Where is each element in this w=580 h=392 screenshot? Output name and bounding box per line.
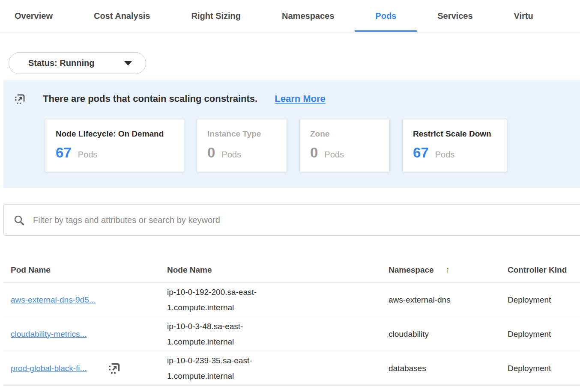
node-name-text: ip-10-0-239-35.sa-east-1.compute.interna… [167,353,283,384]
namespace-text: databases [389,361,426,376]
pod-name-cell: cloudability-metrics... [3,327,160,342]
tab-services[interactable]: Services [417,0,493,32]
column-header-node-name[interactable]: Node Name [160,265,381,275]
learn-more-link[interactable]: Learn More [275,93,326,104]
scale-out-icon [14,93,26,105]
pod-name-cell: prod-global-black-fi... [3,361,160,376]
card-zone[interactable]: Zone 0 Pods [299,119,390,172]
controller-kind-text: Deployment [508,327,551,342]
column-header-controller-kind[interactable]: Controller Kind [500,265,580,275]
controller-kind-cell: Deployment [500,361,580,376]
card-value: 67 [413,145,429,161]
controller-kind-cell: Deployment [500,292,580,308]
scaling-constraints-banner: There are pods that contain scaling cons… [3,80,580,188]
column-header-pod-name[interactable]: Pod Name [3,265,160,275]
search-input[interactable] [32,215,574,226]
tab-label: Services [437,11,472,21]
table-row: cloudability-metrics... ip-10-0-3-48.sa-… [3,317,580,351]
tab-virtual[interactable]: Virtu [493,0,554,32]
card-value-row: 0 Pods [207,145,276,161]
node-name-text: ip-10-0-192-200.sa-east-1.compute.intern… [167,285,283,315]
column-label: Controller Kind [508,265,567,275]
namespace-cell: aws-external-dns [381,292,500,308]
card-unit: Pods [78,150,98,160]
tab-label: Overview [15,11,53,21]
tab-overview[interactable]: Overview [0,0,73,32]
card-node-lifecycle[interactable]: Node Lifecycle: On Demand 67 Pods [45,119,184,172]
tab-right-sizing[interactable]: Right Sizing [170,0,261,32]
card-value-row: 0 Pods [310,145,379,161]
status-filter-label: Status: Running [28,58,94,68]
column-label: Node Name [167,265,212,275]
card-title: Node Lifecycle: On Demand [56,129,173,139]
tab-label: Namespaces [282,11,334,21]
pods-table: Pod Name Node Name Namespace ↑ Controlle… [3,257,580,386]
column-label: Pod Name [11,265,51,275]
pod-name-cell: aws-external-dns-9d5... [3,292,160,308]
table-row: aws-external-dns-9d5... ip-10-0-192-200.… [3,283,580,317]
search-icon [13,214,25,226]
tab-cost-analysis[interactable]: Cost Analysis [73,0,171,32]
filter-search-bar [3,204,580,236]
chevron-down-icon [124,61,132,65]
namespace-text: aws-external-dns [389,292,451,308]
tab-label: Cost Analysis [94,11,150,21]
card-value: 0 [207,145,215,161]
card-restrict-scale-down[interactable]: Restrict Scale Down 67 Pods [402,119,507,172]
banner-header: There are pods that contain scaling cons… [14,91,580,107]
tab-label: Right Sizing [191,11,241,21]
node-name-cell: ip-10-0-192-200.sa-east-1.compute.intern… [160,285,381,315]
node-name-cell: ip-10-0-3-48.sa-east-1.compute.internal [160,319,381,350]
card-value-row: 67 Pods [56,145,173,161]
card-title: Restrict Scale Down [413,129,496,139]
pod-name-link[interactable]: prod-global-black-fi... [11,361,87,376]
pod-name-link[interactable]: aws-external-dns-9d5... [11,292,96,308]
card-unit: Pods [324,150,344,160]
controller-kind-text: Deployment [508,292,551,308]
banner-message: There are pods that contain scaling cons… [43,93,257,104]
card-unit: Pods [221,150,241,160]
tab-label: Pods [375,11,396,21]
column-label: Namespace [389,265,434,275]
node-name-text: ip-10-0-3-48.sa-east-1.compute.internal [167,319,283,350]
node-name-cell: ip-10-0-239-35.sa-east-1.compute.interna… [160,353,381,384]
card-instance-type[interactable]: Instance Type 0 Pods [197,119,287,172]
card-value-row: 67 Pods [413,145,496,161]
table-header-row: Pod Name Node Name Namespace ↑ Controlle… [3,257,580,283]
tab-label: Virtu [514,11,533,21]
namespace-cell: databases [381,361,500,376]
pod-name-link[interactable]: cloudability-metrics... [11,327,87,342]
controller-kind-cell: Deployment [500,327,580,342]
table-row: prod-global-black-fi... ip-10-0-239-35.s… [3,351,580,386]
column-header-namespace[interactable]: Namespace ↑ [381,265,500,275]
card-unit: Pods [435,150,455,160]
card-title: Instance Type [207,129,276,139]
tab-pods[interactable]: Pods [355,0,417,32]
namespace-cell: cloudability [381,327,500,342]
sort-ascending-icon[interactable]: ↑ [445,265,450,275]
status-filter-dropdown[interactable]: Status: Running [9,52,146,74]
tab-namespaces[interactable]: Namespaces [261,0,355,32]
scale-out-icon[interactable] [108,362,121,375]
constraint-cards: Node Lifecycle: On Demand 67 Pods Instan… [14,119,580,172]
controller-kind-text: Deployment [508,361,551,376]
namespace-text: cloudability [389,327,429,342]
card-value: 0 [310,145,318,161]
card-title: Zone [310,129,379,139]
top-tab-bar: Overview Cost Analysis Right Sizing Name… [0,0,580,33]
card-value: 67 [56,145,72,161]
